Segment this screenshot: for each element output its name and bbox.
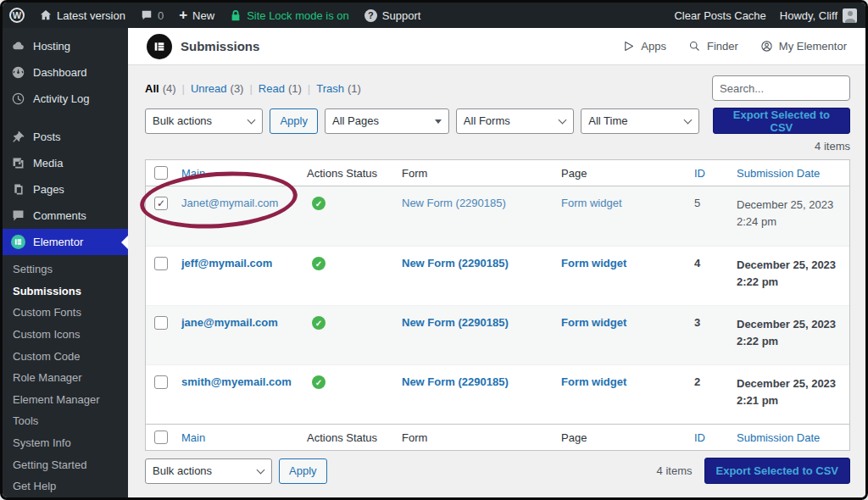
- site-lock-label: Site Lock mode is on: [247, 9, 349, 22]
- submission-id: 5: [689, 197, 732, 246]
- row-checkbox[interactable]: ✓: [154, 375, 168, 389]
- submission-date: December 25, 20232:22 pm: [732, 257, 849, 305]
- sidebar-item-label: Pages: [33, 183, 64, 196]
- submenu-item-submissions[interactable]: Submissions: [3, 281, 128, 303]
- submenu-item-getting-started[interactable]: Getting Started: [3, 454, 128, 476]
- row-checkbox[interactable]: ✓: [154, 197, 168, 210]
- sidebar-item-dashboard[interactable]: Dashboard: [3, 59, 128, 86]
- sidebar-item-label: Comments: [33, 209, 86, 222]
- submenu-item-get-help[interactable]: Get Help: [3, 475, 128, 497]
- apps-label: Apps: [641, 40, 666, 53]
- current-item-arrow-icon: [121, 236, 128, 249]
- sidebar-item-pages[interactable]: Pages: [3, 176, 128, 203]
- column-header-date[interactable]: Submission Date: [737, 167, 820, 180]
- support-menu[interactable]: ? Support: [364, 9, 421, 22]
- row-checkbox[interactable]: ✓: [154, 257, 168, 270]
- page-link[interactable]: Form widget: [561, 257, 626, 269]
- avatar: [843, 8, 857, 23]
- sidebar-item-label: Media: [33, 157, 63, 169]
- form-link[interactable]: New Form (2290185): [402, 375, 509, 388]
- select-all-checkbox[interactable]: ✓: [154, 431, 168, 444]
- export-csv-button-top[interactable]: Export Selected to CSV: [713, 108, 850, 134]
- sidebar-item-elementor[interactable]: Elementor: [3, 229, 128, 255]
- filter-read[interactable]: Read: [259, 82, 285, 95]
- clock-icon: [11, 92, 25, 106]
- filter-all[interactable]: All: [145, 82, 159, 95]
- comments-count: 0: [158, 9, 164, 22]
- submenu-item-custom-fonts[interactable]: Custom Fonts: [3, 302, 128, 324]
- sidebar-item-hosting[interactable]: Hosting: [3, 33, 128, 59]
- filter-unread[interactable]: Unread: [191, 82, 227, 95]
- submission-email-link[interactable]: jane@mymail.com: [181, 316, 278, 329]
- filter-trash[interactable]: Trash: [316, 82, 344, 95]
- form-link[interactable]: New Form (2290185): [402, 257, 509, 269]
- page-link[interactable]: Form widget: [561, 316, 626, 329]
- plus-icon: +: [179, 8, 187, 22]
- status-check-icon: ✓: [312, 257, 326, 270]
- table-footer-row: ✓ Main Actions Status Form Page ID Submi…: [146, 424, 849, 450]
- column-header-id[interactable]: ID: [694, 167, 705, 180]
- submenu-item-custom-icons[interactable]: Custom Icons: [3, 324, 128, 346]
- cloud-icon: [11, 39, 25, 53]
- column-header-id[interactable]: ID: [694, 431, 705, 444]
- wordpress-menu[interactable]: W: [9, 8, 25, 23]
- bulk-actions-select[interactable]: Bulk actions: [145, 108, 263, 134]
- sidebar-item-comments[interactable]: Comments: [3, 203, 128, 229]
- submenu-item-element-manager[interactable]: Element Manager: [3, 389, 128, 411]
- submission-email-link[interactable]: jeff@mymail.com: [181, 257, 272, 269]
- submenu-item-tools[interactable]: Tools: [3, 410, 128, 432]
- status-check-icon: ✓: [312, 197, 326, 210]
- column-header-actions-status: Actions Status: [302, 167, 397, 180]
- pushpin-icon: [11, 130, 25, 144]
- comments-menu[interactable]: 0: [141, 9, 164, 22]
- page-link[interactable]: Form widget: [561, 375, 626, 388]
- form-link[interactable]: New Form (2290185): [402, 197, 506, 209]
- site-name-label: Latest version: [57, 9, 125, 22]
- my-account-menu[interactable]: Howdy, Cliff: [780, 8, 857, 23]
- apply-button-bottom[interactable]: Apply: [279, 458, 327, 484]
- export-csv-button-bottom[interactable]: Export Selected to CSV: [704, 458, 850, 484]
- sidebar-item-posts[interactable]: Posts: [3, 124, 128, 150]
- table-row: ✓ jeff@mymail.com ✓ New Form (2290185) F…: [146, 246, 849, 305]
- form-link[interactable]: New Form (2290185): [402, 316, 509, 329]
- sidebar-item-activity-log[interactable]: Activity Log: [3, 86, 128, 112]
- page-link[interactable]: Form widget: [561, 197, 622, 209]
- submenu-item-system-info[interactable]: System Info: [3, 432, 128, 454]
- new-content-menu[interactable]: + New: [179, 9, 214, 22]
- submenu-item-role-manager[interactable]: Role Manager: [3, 367, 128, 389]
- submenu-item-settings[interactable]: Settings: [3, 258, 128, 281]
- column-header-main[interactable]: Main: [181, 431, 205, 444]
- site-name-menu[interactable]: Latest version: [40, 9, 125, 22]
- submenu-item-custom-code[interactable]: Custom Code: [3, 346, 128, 368]
- search-input[interactable]: [712, 75, 850, 101]
- finder-label: Finder: [707, 40, 738, 53]
- select-all-checkbox[interactable]: ✓: [154, 166, 168, 180]
- apply-button[interactable]: Apply: [270, 108, 318, 134]
- submission-date: December 25, 20232:22 pm: [732, 316, 849, 364]
- submission-email-link[interactable]: smith@myemail.com: [181, 375, 292, 388]
- sidebar-item-label: Dashboard: [33, 66, 87, 79]
- site-lock-status[interactable]: Site Lock mode is on: [230, 9, 349, 22]
- pages-filter-select[interactable]: All Pages: [325, 108, 449, 134]
- howdy-label: Howdy, Cliff: [780, 9, 837, 22]
- column-header-date[interactable]: Submission Date: [737, 431, 820, 444]
- filter-count: (1): [288, 82, 302, 95]
- clear-posts-cache-button[interactable]: Clear Posts Cache: [674, 9, 765, 22]
- column-header-main[interactable]: Main: [181, 167, 205, 180]
- row-checkbox[interactable]: ✓: [154, 316, 168, 330]
- table-header-row: ✓ Main Actions Status Form Page ID Submi…: [146, 160, 849, 186]
- dashboard-icon: [11, 65, 25, 80]
- sidebar-separator: [3, 112, 128, 124]
- finder-button[interactable]: Finder: [688, 40, 738, 53]
- sidebar-item-media[interactable]: Media: [3, 150, 128, 176]
- time-filter-select[interactable]: All Time: [581, 108, 698, 134]
- my-elementor-button[interactable]: My Elementor: [760, 40, 847, 53]
- sidebar-item-label: Elementor: [33, 236, 83, 248]
- browser-screenshot-frame: W Latest version 0 + New Site Lock mode …: [0, 0, 868, 500]
- apps-button[interactable]: Apps: [622, 40, 666, 53]
- sidebar-item-label: Activity Log: [33, 92, 89, 105]
- forms-filter-select[interactable]: All Forms: [456, 108, 574, 134]
- submission-email-link[interactable]: Janet@mymail.com: [181, 197, 278, 209]
- table-row: ✓ Janet@mymail.com ✓ New Form (2290185) …: [146, 186, 849, 246]
- bulk-actions-select-bottom[interactable]: Bulk actions: [145, 458, 272, 484]
